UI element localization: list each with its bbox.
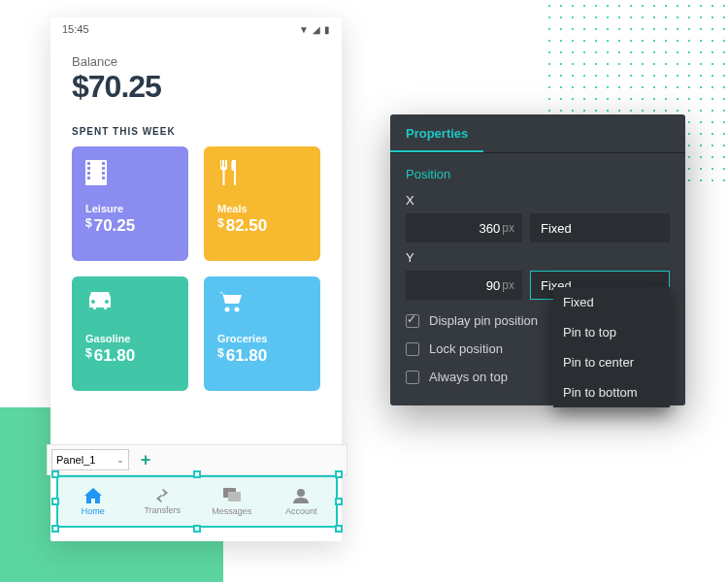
dd-option-pin-bottom[interactable]: Pin to bottom [553, 377, 670, 407]
battery-icon: ▮ [324, 24, 330, 35]
y-label: Y [406, 250, 670, 265]
always-on-top-label: Always on top [429, 370, 508, 384]
x-label: X [406, 193, 670, 208]
section-position: Position [390, 153, 685, 189]
resize-handle-bm[interactable] [193, 525, 201, 533]
svg-rect-14 [228, 492, 241, 501]
svg-rect-3 [87, 172, 90, 175]
film-icon [85, 160, 175, 189]
nav-label: Messages [212, 506, 251, 516]
prop-x-row: X 360px Fixed [390, 189, 685, 246]
spent-this-week-label: SPENT THIS WEEK [50, 113, 342, 146]
account-icon [293, 488, 309, 503]
panel-select-value: Panel_1 [56, 454, 95, 466]
properties-tabs: Properties [390, 114, 685, 153]
card-gasoline[interactable]: Gasoline $61.80 [72, 276, 188, 391]
display-pin-checkbox[interactable] [406, 314, 419, 328]
card-name: Gasoline [85, 333, 175, 344]
balance-block: Balance $70.25 [50, 41, 342, 113]
svg-rect-4 [87, 177, 90, 179]
y-mode-dropdown: Fixed Pin to top Pin to center Pin to bo… [553, 287, 670, 407]
cart-icon [217, 290, 307, 319]
resize-handle-tr[interactable] [335, 470, 343, 478]
svg-point-15 [297, 489, 305, 497]
balance-label: Balance [72, 54, 320, 69]
status-icons: ▼ ◢ ▮ [299, 24, 330, 35]
nav-account[interactable]: Account [267, 477, 337, 526]
dd-option-pin-center[interactable]: Pin to center [553, 347, 670, 377]
svg-point-12 [235, 307, 240, 312]
card-leisure[interactable]: Leisure $70.25 [72, 146, 188, 261]
svg-rect-7 [102, 172, 105, 175]
nav-home[interactable]: Home [58, 477, 128, 526]
spending-cards: Leisure $70.25 Meals $82.50 Gasoline $61… [50, 146, 342, 391]
svg-rect-8 [102, 177, 105, 179]
display-pin-label: Display pin position [429, 313, 538, 328]
card-amount: $61.80 [85, 346, 175, 366]
card-name: Groceries [217, 333, 307, 344]
svg-rect-1 [87, 162, 90, 165]
x-input[interactable]: 360px [406, 213, 522, 242]
tab-properties[interactable]: Properties [390, 114, 483, 152]
balance-amount: $70.25 [72, 69, 320, 105]
card-groceries[interactable]: Groceries $61.80 [204, 276, 320, 391]
resize-handle-mr[interactable] [335, 498, 343, 505]
lock-position-checkbox[interactable] [406, 342, 419, 356]
nav-label: Home [82, 506, 105, 516]
card-amount: $61.80 [217, 346, 307, 366]
transfers-icon [153, 489, 171, 502]
card-amount: $70.25 [85, 216, 175, 236]
lock-position-label: Lock position [429, 341, 503, 356]
cutlery-icon [217, 160, 307, 189]
nav-messages[interactable]: Messages [197, 477, 267, 526]
selected-element[interactable]: Home Transfers Messages Account [56, 475, 338, 528]
home-icon [84, 488, 102, 503]
wifi-icon: ▼ [299, 24, 309, 35]
svg-point-9 [91, 300, 95, 304]
nav-transfers[interactable]: Transfers [128, 477, 198, 526]
card-name: Leisure [85, 203, 175, 214]
panel-select[interactable]: Panel_1 ⌄ [51, 449, 129, 470]
resize-handle-bl[interactable] [51, 525, 59, 533]
card-name: Meals [217, 203, 307, 214]
add-panel-button[interactable]: + [135, 449, 156, 470]
card-meals[interactable]: Meals $82.50 [204, 146, 320, 261]
nav-label: Transfers [144, 505, 181, 515]
svg-rect-6 [102, 167, 105, 170]
svg-point-11 [225, 307, 230, 312]
card-amount: $82.50 [217, 216, 307, 236]
always-on-top-checkbox[interactable] [406, 371, 419, 384]
status-bar: 15:45 ▼ ◢ ▮ [50, 17, 342, 41]
status-time: 15:45 [62, 23, 89, 35]
svg-rect-5 [102, 162, 105, 165]
svg-rect-2 [87, 167, 90, 170]
messages-icon [223, 488, 241, 503]
signal-icon: ◢ [313, 24, 320, 35]
y-input[interactable]: 90px [406, 271, 522, 300]
svg-point-10 [105, 300, 109, 304]
bottom-nav: Home Transfers Messages Account [58, 477, 336, 526]
resize-handle-br[interactable] [335, 525, 343, 533]
properties-panel: Properties Position X 360px Fixed Y 90px… [390, 114, 685, 405]
car-icon [85, 290, 175, 319]
nav-label: Account [285, 506, 317, 516]
x-mode-select[interactable]: Fixed [530, 213, 670, 242]
chevron-down-icon: ⌄ [116, 455, 124, 465]
dd-option-fixed[interactable]: Fixed [553, 287, 670, 317]
dd-option-pin-top[interactable]: Pin to top [553, 317, 670, 347]
